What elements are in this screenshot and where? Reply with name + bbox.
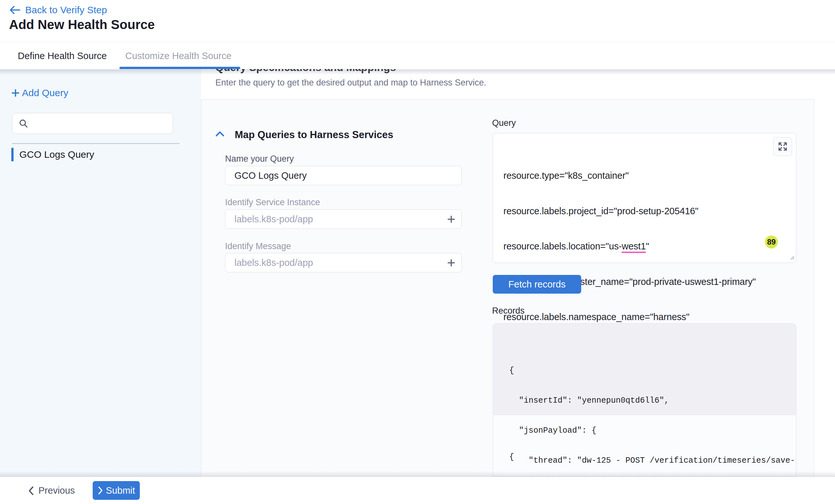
back-link-label: Back to Verify Step [25, 4, 107, 16]
record-item: { "insertId": "r6rk2tnah3owf5eh", "jsonP… [493, 432, 796, 477]
back-arrow-icon [9, 5, 21, 15]
add-query-label: Add Query [22, 87, 68, 99]
page-title: Add New Health Source [9, 17, 155, 32]
chevron-right-icon [98, 486, 103, 495]
service-instance-field [225, 209, 462, 229]
message-field [225, 253, 462, 272]
submit-label: Submit [106, 485, 135, 496]
identify-message-label: Identify Message [225, 241, 291, 251]
collapse-section-chevron-up-icon[interactable] [215, 130, 225, 139]
chevron-left-icon [27, 486, 35, 496]
query-label: Query [492, 118, 516, 128]
fullscreen-icon [777, 141, 788, 152]
query-search-input[interactable] [33, 119, 172, 129]
resize-handle[interactable] [787, 253, 795, 262]
selected-indicator-bar [11, 148, 14, 161]
query-name-field [225, 166, 462, 185]
sidebar-divider [12, 143, 180, 144]
page-header: Back to Verify Step Add New Health Sourc… [0, 0, 835, 42]
add-service-instance-plus-icon[interactable] [447, 215, 455, 224]
submit-button[interactable]: Submit [93, 481, 140, 500]
add-query-button[interactable]: Add Query [11, 87, 68, 99]
search-icon [18, 119, 29, 129]
add-message-plus-icon[interactable] [447, 258, 455, 267]
identify-service-instance-label: Identify Service Instance [225, 197, 320, 208]
sidebar-item-gco-logs-query[interactable]: GCO Logs Query [0, 148, 181, 162]
query-item-label: GCO Logs Query [19, 149, 94, 160]
query-name-input[interactable] [235, 170, 455, 181]
map-queries-heading: Map Queries to Harness Services [235, 129, 393, 141]
tab-define-health-source[interactable]: Define Health Source [18, 42, 107, 69]
tab-bar: Define Health Source Customize Health So… [0, 42, 835, 69]
plus-icon [11, 88, 20, 98]
previous-button[interactable]: Previous [27, 477, 75, 504]
name-your-query-label: Name your Query [225, 154, 294, 164]
spellcheck-underline: west1 [622, 241, 646, 253]
records-panel: { "insertId": "yennepun0qtd6ll6", "jsonP… [493, 323, 796, 477]
expand-query-button[interactable] [773, 137, 792, 156]
previous-label: Previous [38, 485, 75, 496]
character-count-badge: 89 [765, 235, 778, 249]
record-item: { "insertId": "yennepun0qtd6ll6", "jsonP… [493, 323, 796, 415]
tab-customize-health-source[interactable]: Customize Health Source [125, 42, 231, 69]
back-to-verify-step-link[interactable]: Back to Verify Step [9, 4, 107, 16]
message-input[interactable] [235, 257, 444, 268]
add-health-source-page: Back to Verify Step Add New Health Sourc… [0, 0, 835, 504]
record-json: { "insertId": "r6rk2tnah3owf5eh", "jsonP… [509, 432, 786, 477]
active-tab-underline [120, 67, 240, 69]
service-instance-input[interactable] [235, 214, 444, 225]
section-subtitle: Enter the query to get the desired outpu… [216, 78, 486, 88]
fetch-records-button[interactable]: Fetch records [493, 275, 581, 294]
query-sidebar: Add Query GCO Logs Query [0, 69, 201, 477]
footer-bar: Previous Submit [0, 477, 835, 504]
footer-shadow [0, 471, 835, 477]
records-label: Records [492, 306, 525, 316]
query-editor[interactable]: resource.type="k8s_container" resource.l… [493, 133, 796, 263]
query-search-box[interactable] [12, 113, 173, 134]
